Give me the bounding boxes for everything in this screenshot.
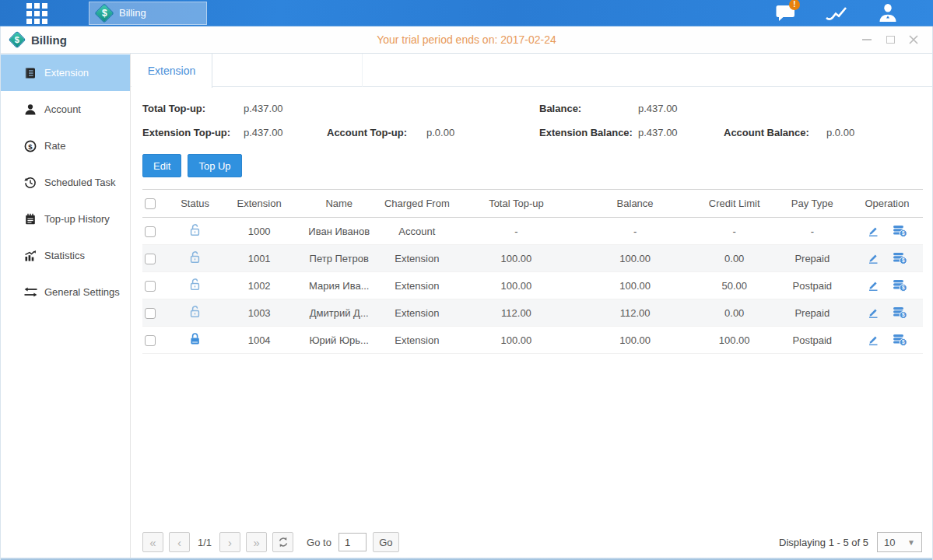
extension-topup-label: Extension Top-up: [142, 127, 244, 138]
page-size-select[interactable]: 10 ▼ [877, 532, 922, 552]
sidebar-item-statistics[interactable]: Statistics [0, 237, 130, 274]
billing-app-icon: $ [94, 3, 114, 23]
statistics-topbar-button[interactable] [824, 2, 849, 24]
edit-button[interactable]: Edit [142, 154, 181, 177]
pencil-icon [867, 306, 879, 319]
cell-total-topup: 112.00 [458, 299, 574, 327]
extension-topup-value: p.437.00 [244, 127, 327, 138]
cell-pay-type: Postpaid [773, 272, 851, 299]
cell-charged-from: Extension [376, 272, 458, 299]
window-controls [861, 34, 919, 45]
cell-total-topup: 100.00 [458, 272, 574, 299]
extension-icon [23, 67, 37, 79]
topup-extension-button[interactable]: $ [893, 279, 907, 292]
page-indicator: 1/1 [198, 537, 212, 548]
topup-extension-button[interactable]: $ [893, 334, 907, 346]
table-header-row: Status Extension Name Charged From Total… [142, 190, 923, 218]
edit-extension-button[interactable] [867, 279, 879, 292]
status-unlocked-icon [189, 250, 201, 264]
status-locked-icon [189, 332, 201, 345]
cell-balance: 100.00 [575, 327, 696, 354]
goto-label: Go to [307, 537, 331, 548]
tab-extension[interactable]: Extension [132, 54, 212, 88]
account-balance-label: Account Balance: [724, 127, 826, 138]
cell-credit-limit: 0.00 [696, 299, 773, 327]
column-balance: Balance [575, 190, 696, 218]
edit-extension-button[interactable] [867, 334, 879, 346]
cell-total-topup: - [458, 218, 574, 245]
svg-text:$: $ [902, 339, 905, 345]
cell-charged-from: Extension [376, 327, 458, 354]
topup-history-icon [23, 213, 37, 226]
cell-pay-type: Prepaid [773, 245, 851, 272]
taskbar-item-billing[interactable]: $ Billing [89, 2, 207, 25]
cell-pay-type: Prepaid [773, 299, 851, 327]
last-page-button[interactable]: » [246, 532, 267, 552]
taskbar-item-label: Billing [119, 7, 146, 19]
coins-icon: $ [893, 279, 907, 292]
balance-value: p.437.00 [638, 103, 678, 114]
row-checkbox[interactable] [145, 254, 156, 264]
cell-balance: 100.00 [575, 272, 696, 299]
column-total-topup: Total Top-up [458, 190, 574, 218]
row-checkbox[interactable] [145, 308, 156, 319]
prev-page-button[interactable]: ‹ [169, 532, 190, 552]
action-buttons: Edit Top Up [131, 148, 933, 189]
cell-charged-from: Extension [376, 299, 458, 327]
sidebar-item-topup-history[interactable]: Top-up History [0, 201, 130, 237]
row-checkbox[interactable] [145, 226, 156, 237]
trial-notice: Your trial period ends on: 2017-02-24 [0, 33, 933, 46]
topbar-right-icons: ! [773, 2, 900, 24]
cell-total-topup: 100.00 [458, 327, 574, 354]
edit-extension-button[interactable] [867, 225, 879, 237]
table-row: 1004 Юрий Юрь... Extension 100.00 100.00… [142, 327, 923, 354]
topup-extension-button[interactable]: $ [893, 252, 907, 264]
row-checkbox[interactable] [145, 335, 156, 346]
billing-window-icon: $ [9, 31, 26, 49]
sidebar: Extension Account $ Rate Scheduled Task [0, 54, 131, 559]
cell-total-topup: 100.00 [458, 245, 574, 272]
page-size-value: 10 [884, 537, 895, 548]
close-icon[interactable] [908, 34, 919, 45]
goto-page-input[interactable] [338, 533, 367, 551]
user-menu-button[interactable] [875, 2, 900, 24]
edit-extension-button[interactable] [867, 306, 879, 319]
coins-icon: $ [893, 334, 907, 346]
apps-menu-icon[interactable] [26, 3, 58, 23]
extensions-table: Status Extension Name Charged From Total… [142, 189, 923, 354]
top-up-button[interactable]: Top Up [188, 154, 241, 177]
select-all-checkbox[interactable] [145, 198, 156, 209]
row-checkbox[interactable] [145, 281, 156, 292]
sidebar-item-scheduled-task[interactable]: Scheduled Task [0, 164, 130, 201]
maximize-icon[interactable] [885, 34, 896, 45]
sidebar-item-extension[interactable]: Extension [0, 54, 130, 91]
extension-balance-label: Extension Balance: [539, 127, 638, 138]
sidebar-item-general-settings[interactable]: General Settings [0, 274, 130, 310]
window-titlebar: $ Billing Your trial period ends on: 201… [0, 26, 933, 54]
topup-extension-button[interactable]: $ [893, 225, 907, 237]
pencil-icon [867, 252, 879, 264]
cell-balance: 100.00 [575, 245, 696, 272]
window-left-border [0, 26, 1, 560]
cell-name: Дмитрий Д... [302, 299, 376, 327]
refresh-button[interactable] [272, 532, 293, 552]
go-button[interactable]: Go [373, 532, 399, 552]
account-icon [23, 103, 37, 116]
cell-credit-limit: 100.00 [696, 327, 773, 354]
cell-name: Юрий Юрь... [302, 327, 376, 354]
coins-icon: $ [893, 225, 907, 237]
sidebar-item-account[interactable]: Account [0, 91, 130, 128]
first-page-button[interactable]: « [142, 532, 163, 552]
topup-extension-button[interactable]: $ [893, 306, 907, 319]
cell-extension: 1000 [216, 218, 302, 245]
chevron-down-icon: ▼ [907, 538, 915, 547]
edit-extension-button[interactable] [867, 252, 879, 264]
svg-text:$: $ [902, 285, 905, 291]
cell-extension: 1003 [216, 299, 302, 327]
notifications-button[interactable]: ! [773, 2, 798, 24]
sidebar-item-rate[interactable]: $ Rate [0, 128, 130, 164]
cell-extension: 1004 [216, 327, 302, 354]
next-page-button[interactable]: › [219, 532, 240, 552]
minimize-icon[interactable] [861, 34, 872, 45]
cell-credit-limit: 50.00 [696, 272, 773, 299]
